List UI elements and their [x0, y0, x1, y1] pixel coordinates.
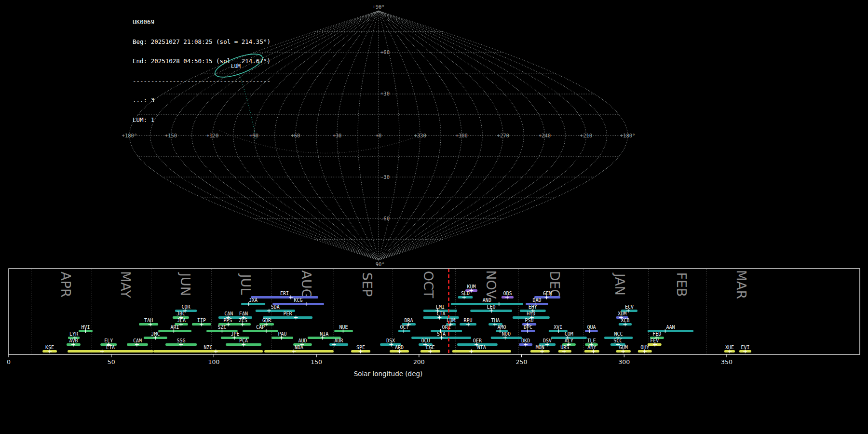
shower-label-ELY: ELY [104, 338, 113, 343]
x-tick-label: 300 [618, 358, 630, 366]
month-label: FEB [674, 272, 689, 297]
lon-label: +330 [414, 133, 426, 138]
shower-label-CTA: CTA [437, 311, 446, 316]
shower-label-FAN: FAN [239, 311, 248, 316]
shower-label-COM: COM [565, 331, 573, 337]
shower-label-PAU: PAU [278, 331, 286, 337]
peak-marker-OHY [643, 350, 647, 353]
lat-label: -30 [380, 174, 390, 180]
shower-label-EHY: EHY [529, 304, 537, 310]
shower-label-HYD: HYD [527, 311, 535, 316]
peak-marker-SSG [179, 343, 183, 347]
x-tick-label: 50 [108, 358, 115, 366]
lon-label: +270 [497, 133, 509, 138]
shower-bar-NTA [452, 350, 511, 353]
x-tick-label: 0 [7, 358, 11, 366]
station-id: UK0069 [133, 19, 271, 26]
lat-label: -90° [372, 261, 384, 267]
peak-marker-NZC [214, 350, 218, 353]
peak-marker-DKD [524, 343, 528, 347]
shower-bar-NZC [153, 350, 263, 353]
peak-marker-AVB [71, 343, 75, 347]
peak-marker-THA [493, 323, 497, 326]
shower-bar-ETA [68, 350, 153, 353]
shower-label-CAP: CAP [256, 325, 265, 330]
shower-label-JBC: JBC [176, 311, 185, 316]
shower-label-COR: COR [182, 304, 191, 310]
shower-label-IIP: IIP [197, 318, 206, 323]
peak-marker-KUM [469, 289, 473, 293]
shower-label-DSV: DSV [543, 338, 552, 343]
shower-label-SLD: SLD [461, 291, 470, 296]
x-axis-title: Solar longitude (deg) [354, 370, 423, 378]
lat-label: -60 [380, 216, 390, 221]
shower-label-PCA: PCA [239, 338, 248, 343]
shower-label-GDR: GDR [262, 318, 271, 323]
month-label: JUN [178, 272, 193, 296]
shower-label-SPE: SPE [356, 345, 365, 350]
peak-marker-GDR [264, 323, 268, 326]
month-label: JUL [238, 273, 253, 295]
peak-marker-PER [294, 316, 298, 320]
peak-marker-PCA [242, 343, 245, 347]
shower-bar-ORI [431, 330, 462, 332]
peak-marker-QUA [588, 329, 592, 333]
peak-marker-SPE [359, 350, 363, 353]
month-label: MAR [734, 270, 749, 299]
x-tick-label: 150 [311, 358, 322, 366]
shower-label-DSX: DSX [386, 338, 395, 343]
shower-label-ARD: ARD [395, 345, 404, 350]
lon-label: +240 [539, 133, 551, 138]
shower-label-AND: AND [483, 298, 491, 303]
shower-label-NZC: NZC [203, 345, 212, 350]
peak-marker-XVI [556, 329, 560, 333]
peak-marker-OCT [402, 329, 406, 333]
observation-info: UK0069 Beg: 20251027 21:08:25 (sol = 214… [133, 6, 271, 136]
x-tick-label: 200 [413, 358, 425, 366]
peak-marker-AND [497, 302, 501, 306]
peak-marker-KCG [304, 302, 308, 306]
shower-label-XVI: XVI [554, 325, 562, 330]
peak-marker-DPC [526, 329, 529, 333]
peak-marker-HVI [84, 329, 88, 333]
peak-marker-NTA [469, 350, 473, 353]
month-label: APR [58, 271, 73, 298]
shower-label-OER: OER [473, 338, 482, 343]
peak-marker-OBS [505, 296, 509, 299]
shower-label-DRA: DRA [405, 318, 413, 323]
peak-marker-CAM [135, 343, 139, 347]
shower-label-NTA: NTA [477, 345, 486, 350]
peak-marker-SDA [267, 309, 271, 313]
peak-marker-JEA [179, 323, 183, 326]
peak-marker-NDA [292, 350, 296, 353]
lon-label: +60 [291, 133, 300, 138]
shower-label-JEA: JEA [177, 318, 186, 323]
x-tick-label: 350 [721, 358, 732, 366]
shower-label-OCU: OCU [421, 338, 430, 343]
month-label: AUG [299, 270, 314, 298]
count-lum: LUM: 1 [133, 117, 271, 123]
peak-marker-EGE [428, 350, 432, 353]
shower-label-AMO: AMO [497, 325, 506, 330]
activity-timeline-chart: APRMAYJUNJULAUGSEPOCTNOVDECJANFEBMARKUME… [7, 269, 860, 378]
shower-label-EGE: EGE [426, 345, 434, 350]
shower-label-FED: FED [652, 331, 661, 337]
shower-label-KUM: KUM [467, 284, 476, 289]
shower-label-OHY: OHY [640, 345, 649, 350]
peak-marker-TAH [149, 323, 152, 326]
peak-marker-LEO [489, 309, 493, 313]
shower-label-TAH: TAH [144, 318, 153, 323]
shower-label-JMC: JMC [151, 331, 160, 337]
shower-label-CAM: CAM [133, 338, 142, 343]
shower-label-XHE: XHE [725, 345, 734, 350]
shower-label-SZC: SZC [217, 325, 226, 330]
peak-marker-JPE [232, 336, 236, 340]
shower-label-GEM: GEM [543, 291, 552, 296]
shower-label-KSE: KSE [45, 345, 54, 350]
x-tick-label: 250 [516, 358, 528, 366]
shower-label-SCC: SCC [613, 338, 622, 343]
month-label: OCT [421, 271, 436, 298]
shower-label-PPS: PPS [223, 318, 232, 323]
peak-marker-SZC [220, 329, 224, 333]
shower-label-QUA: QUA [587, 325, 596, 330]
